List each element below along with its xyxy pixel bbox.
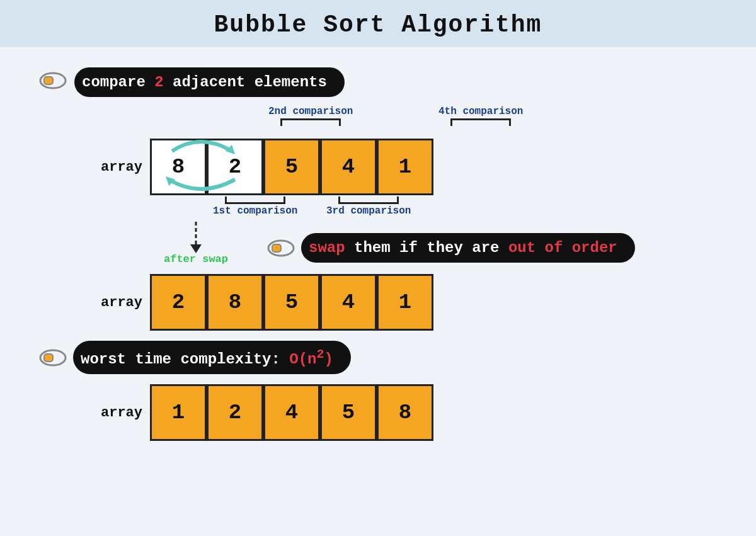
array2-boxes: 2 8 5 4 1 xyxy=(150,274,433,331)
bottom-brackets-area: 1st comparison 3rd comparison xyxy=(213,197,542,225)
array3-box-1: 2 xyxy=(207,384,263,441)
svg-rect-9 xyxy=(44,354,53,362)
array3-box-3: 5 xyxy=(320,384,377,441)
first-array-section: 2nd comparison 4th comparison array xyxy=(101,106,542,225)
array2-box-0: 2 xyxy=(150,274,207,331)
arrow-after-swap: after swap xyxy=(164,220,228,265)
array1-label: array xyxy=(101,159,139,175)
label-1st: 1st comparison xyxy=(213,205,297,217)
pill2-banner: swap them if they are out of order xyxy=(301,233,635,263)
pill3-text: worst time complexity: O(n2) xyxy=(81,347,333,368)
array3-boxes: 1 2 4 5 8 xyxy=(150,384,433,441)
pill1-banner: compare 2 adjacent elements xyxy=(74,67,345,97)
array2-box-2: 5 xyxy=(263,274,320,331)
array1-box-1: 2 xyxy=(207,139,263,195)
pill3-highlight: O(n2) xyxy=(289,351,333,368)
svg-marker-5 xyxy=(190,244,202,253)
array2-label: array xyxy=(101,295,139,311)
bracket-2nd: 2nd comparison xyxy=(268,106,353,126)
page-title: Bubble Sort Algorithm xyxy=(214,11,542,38)
svg-rect-1 xyxy=(44,77,53,84)
array3-label: array xyxy=(101,405,139,421)
svg-rect-7 xyxy=(272,244,281,252)
array2-box-1: 8 xyxy=(207,274,263,331)
clip-icon-3 xyxy=(38,345,68,370)
clip-icon-1 xyxy=(38,68,68,93)
array1-box-0: 8 xyxy=(150,139,207,195)
label-2nd: 2nd comparison xyxy=(268,106,353,117)
pill1-text: compare 2 adjacent elements xyxy=(82,74,327,91)
array1-box-2: 5 xyxy=(263,139,320,195)
pill3-banner: worst time complexity: O(n2) xyxy=(73,341,351,374)
pill1-row: compare 2 adjacent elements xyxy=(38,60,345,101)
array1-box-3: 4 xyxy=(320,139,377,195)
array1-box-4: 1 xyxy=(377,139,433,195)
bracket-3rd: 3rd comparison xyxy=(326,197,411,217)
bracket-4th: 4th comparison xyxy=(438,106,523,126)
pill2-row: swap them if they are out of order xyxy=(266,233,635,263)
array3-box-4: 8 xyxy=(377,384,433,441)
header-bar: Bubble Sort Algorithm xyxy=(0,0,756,47)
bracket-1st: 1st comparison xyxy=(213,197,297,217)
array3-row: array 1 2 4 5 8 xyxy=(101,384,433,441)
clip-icon-2 xyxy=(266,236,296,261)
array1-boxes: 8 2 5 4 1 xyxy=(150,139,433,195)
array2-row: array 2 8 5 4 1 xyxy=(101,274,433,331)
array2-box-3: 4 xyxy=(320,274,377,331)
array3-box-2: 4 xyxy=(263,384,320,441)
pill1-highlight: 2 xyxy=(154,74,163,91)
swap-section: after swap swap them if they are out of … xyxy=(38,227,718,265)
label-3rd: 3rd comparison xyxy=(326,205,411,217)
pill2-text: swap them if they are out of order xyxy=(309,239,617,256)
after-swap-label: after swap xyxy=(164,253,228,265)
main-content: compare 2 adjacent elements 2nd comparis… xyxy=(0,47,756,441)
array3-box-0: 1 xyxy=(150,384,207,441)
label-4th: 4th comparison xyxy=(438,106,523,117)
array2-box-4: 1 xyxy=(377,274,433,331)
top-brackets-area: 2nd comparison 4th comparison xyxy=(213,106,542,137)
array1-row: array 8 2 5 4 xyxy=(101,139,542,195)
pill3-row: worst time complexity: O(n2) xyxy=(38,341,351,374)
